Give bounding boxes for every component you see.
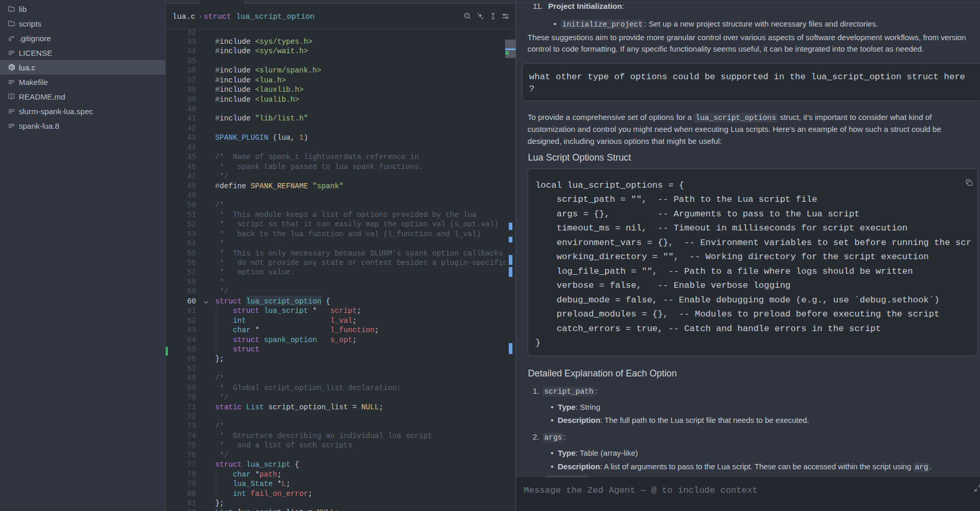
svg-text:C: C	[10, 64, 14, 70]
